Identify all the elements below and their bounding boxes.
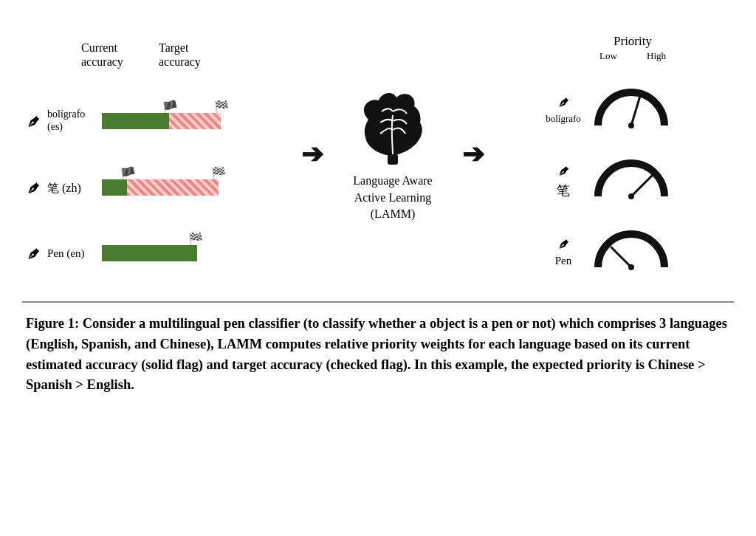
gauge-svg-es [591,85,672,133]
low-label: Low [599,50,617,62]
current-accuracy-label: Currentaccuracy [81,41,151,69]
gauge-pen-icon-zh: ✒ [549,157,577,185]
arrow-to-brain: ➔ [301,139,323,170]
pen-icon-es: ✒ [17,106,48,137]
green-bar-en [102,245,197,261]
center-panel: Language AwareActive Learning(LAMM) [326,86,459,222]
lang-row-es: ✒ bolígrafo(es) 🏴 🏁 [22,109,244,134]
target-accuracy-label: Targetaccuracy [159,41,233,69]
right-panel: Priority Low High ✒ bolígrafo [542,15,734,294]
hatch-bar-zh [127,179,219,196]
gauge-pen-en: ✒ Pen [542,234,585,267]
high-label: High [647,50,666,62]
low-high-labels: Low High [599,50,666,62]
left-panel: Currentaccuracy Targetaccuracy ✒ bolígra… [22,15,244,294]
lang-label-zh: 笔 (zh) [47,181,97,195]
gauge-svg-zh [591,156,672,204]
svg-line-1 [631,96,640,126]
caption-section: Figure 1: Consider a multilingual pen cl… [22,303,734,396]
pen-icon-en: ✒ [17,238,48,269]
svg-rect-0 [388,154,398,165]
center-group: ➔ [301,86,484,222]
gauge-pen-zh: ✒ 笔 [542,161,585,199]
gauge-row-en: ✒ Pen [542,227,672,275]
lang-row-zh: ✒ 笔 (zh) 🏴 🏁 [22,176,244,199]
green-bar-es [102,113,169,129]
accuracy-header: Currentaccuracy Targetaccuracy [22,41,244,69]
svg-line-5 [611,247,631,267]
svg-point-4 [628,193,634,199]
gauge-pen-icon-es: ✒ [549,88,577,116]
priority-label: Priority [614,34,652,49]
green-bar-zh [102,179,127,196]
diagram-section: Currentaccuracy Targetaccuracy ✒ bolígra… [22,15,734,303]
gauge-pen-es: ✒ bolígrafo [542,92,585,125]
bar-es: 🏴 🏁 [102,113,242,129]
bar-en: 🏁 [102,245,242,261]
lang-row-en: ✒ Pen (en) 🏁 [22,242,244,265]
priority-header-row: Priority Low High [542,34,673,62]
lang-label-en: Pen (en) [47,247,97,260]
check-flag-es: 🏁 [214,100,229,114]
svg-point-2 [628,123,634,128]
main-container: Currentaccuracy Targetaccuracy ✒ bolígra… [0,0,756,536]
hatch-bar-es [169,113,221,129]
svg-point-6 [628,264,634,270]
pen-icon-zh: ✒ [17,173,48,204]
check-flag-en: 🏁 [188,232,203,246]
check-flag-zh: 🏁 [211,166,226,180]
gauge-row-es: ✒ bolígrafo [542,85,672,133]
brain-icon [352,86,433,167]
svg-line-3 [631,174,653,196]
priority-header: Priority Low High [592,34,673,62]
gauge-row-zh: ✒ 笔 [542,156,672,204]
lang-label-es: bolígrafo(es) [47,109,97,134]
lamm-label: Language AwareActive Learning(LAMM) [353,173,432,222]
gauge-svg-en [591,227,672,275]
arrow-to-gauges: ➔ [462,139,484,170]
caption-text: Figure 1: Consider a multilingual pen cl… [26,314,730,396]
gauge-pen-icon-en: ✒ [549,230,577,258]
bar-zh: 🏴 🏁 [102,179,242,196]
